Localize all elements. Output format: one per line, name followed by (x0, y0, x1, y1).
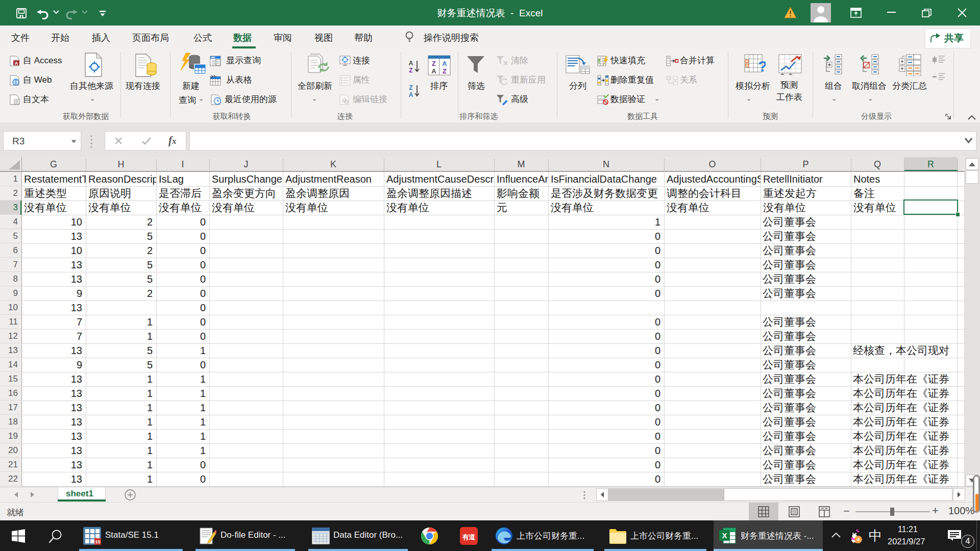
svg-text:有道: 有道 (462, 533, 476, 541)
svg-text:Z: Z (443, 67, 447, 75)
svg-text:A: A (442, 60, 447, 67)
svg-text:Z: Z (432, 60, 436, 67)
svg-text:Z: Z (409, 84, 412, 91)
svg-text:?: ? (758, 58, 766, 74)
svg-text:Z: Z (409, 67, 412, 74)
svg-text:A: A (431, 67, 436, 75)
svg-text:A: A (409, 60, 413, 67)
svg-text:A: A (409, 91, 413, 98)
svg-text:X: X (722, 531, 727, 540)
svg-text:A: A (15, 61, 18, 66)
svg-text:15: 15 (95, 539, 101, 544)
